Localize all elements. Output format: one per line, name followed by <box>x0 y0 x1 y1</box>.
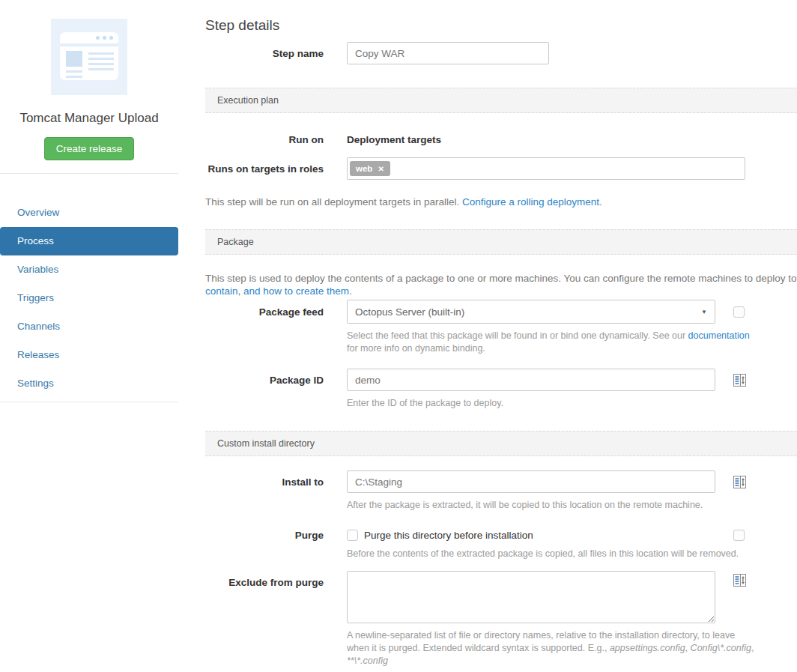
sidebar-item-triggers[interactable]: Triggers <box>0 284 178 312</box>
exclude-help-example-3: **\*.config <box>347 656 388 666</box>
sidebar-item-variables[interactable]: Variables <box>0 255 178 284</box>
step-name-input[interactable] <box>347 42 549 64</box>
purge-label: Purge <box>205 529 324 542</box>
sidebar-item-channels[interactable]: Channels <box>0 312 178 341</box>
section-custom-install-directory: Custom install directory <box>205 431 797 456</box>
sidebar-item-releases[interactable]: Releases <box>0 341 178 369</box>
purge-checkbox[interactable] <box>347 530 358 541</box>
purge-help: Before the contents of the extracted pac… <box>347 548 739 560</box>
exclude-from-purge-help: A newline-separated list of file or dire… <box>347 629 754 668</box>
exclude-from-purge-label: Exclude from purge <box>205 571 324 589</box>
package-intro-text-1: This step is used to deploy the contents… <box>205 273 797 284</box>
install-to-label: Install to <box>205 470 324 488</box>
exclude-help-sep-1: , <box>685 643 691 653</box>
roles-row: Runs on targets in roles web <box>205 157 797 180</box>
documentation-link[interactable]: documentation <box>688 330 750 341</box>
exclude-help-example-1: appsettings.config <box>610 643 685 653</box>
project-sidebar: Tomcat Manager Upload Create release Ove… <box>0 0 178 402</box>
browser-window-icon <box>60 32 118 80</box>
step-name-label: Step name <box>205 42 324 60</box>
package-feed-help-text: Select the feed that this package will b… <box>347 330 688 341</box>
package-feed-label: Package feed <box>205 300 324 318</box>
bind-variable-icon[interactable] <box>733 374 746 390</box>
package-feed-select[interactable]: Octopus Server (built-in) <box>347 300 715 324</box>
role-tag-web[interactable]: web <box>350 161 390 176</box>
remove-tag-icon[interactable] <box>378 165 384 173</box>
run-on-value: Deployment targets <box>347 133 441 146</box>
parallel-note-suffix: . <box>599 196 602 208</box>
project-logo-icon <box>51 19 127 95</box>
role-tag-label: web <box>356 164 372 173</box>
package-feed-help: Select the feed that this package will b… <box>347 330 750 355</box>
exclude-help-sep-2: , <box>751 643 754 653</box>
package-feed-help-line2: for more info on dynamic binding. <box>347 342 750 355</box>
roles-label: Runs on targets in roles <box>205 157 324 175</box>
exclude-help-line2-text: when it is purged. Extended wildcard syn… <box>347 643 610 653</box>
package-feed-selected-value: Octopus Server (built-in) <box>355 306 464 318</box>
step-name-row: Step name <box>205 42 797 64</box>
install-to-row: Install to After the package is extracte… <box>205 470 797 512</box>
parallel-note: This step will be run on all deployment … <box>205 196 797 208</box>
package-intro-suffix: . <box>349 285 352 297</box>
rolling-deployment-link[interactable]: Configure a rolling deployment <box>462 196 599 208</box>
sidebar-divider <box>0 173 178 174</box>
exclude-help-line1: A newline-separated list of file or dire… <box>347 629 754 642</box>
sidebar-item-process[interactable]: Process <box>0 227 178 255</box>
package-id-row: Package ID Enter the ID of the package t… <box>205 369 797 410</box>
package-feed-bind-checkbox[interactable] <box>733 306 745 318</box>
bind-variable-icon[interactable] <box>733 574 746 590</box>
sidebar-divider <box>0 402 178 402</box>
exclude-from-purge-textarea[interactable] <box>347 571 715 623</box>
project-nav: Overview Process Variables Triggers Chan… <box>0 199 178 398</box>
run-on-row: Run on Deployment targets <box>205 133 797 146</box>
packages-doc-link-continued[interactable]: contain, and how to create them <box>205 285 349 297</box>
exclude-help-example-2: Config\*.config <box>691 643 751 653</box>
run-on-label: Run on <box>205 133 324 146</box>
step-details-panel: Step details Step name Execution plan Ru… <box>205 0 797 668</box>
package-intro: This step is used to deploy the contents… <box>205 272 797 297</box>
sidebar-item-settings[interactable]: Settings <box>0 369 178 398</box>
purge-checkbox-label: Purge this directory before installation <box>364 529 533 542</box>
parallel-note-text: This step will be run on all deployment … <box>205 196 462 208</box>
install-to-help: After the package is extracted, it will … <box>347 499 715 512</box>
section-package: Package <box>205 229 797 255</box>
purge-bind-checkbox[interactable] <box>733 530 745 541</box>
roles-input[interactable]: web <box>347 157 745 180</box>
purge-row: Purge Purge this directory before instal… <box>205 529 797 560</box>
bind-variable-icon[interactable] <box>733 476 746 491</box>
install-to-input[interactable] <box>347 470 715 493</box>
window-dots-icon <box>96 36 113 40</box>
section-execution-plan: Execution plan <box>205 88 797 113</box>
package-id-input[interactable] <box>347 369 715 391</box>
create-release-button[interactable]: Create release <box>44 137 135 160</box>
package-feed-row: Package feed Octopus Server (built-in) S… <box>205 300 797 355</box>
sidebar-item-overview[interactable]: Overview <box>0 199 178 227</box>
page-title: Step details <box>205 16 797 34</box>
project-name: Tomcat Manager Upload <box>0 111 178 126</box>
exclude-from-purge-row: Exclude from purge A newline-separated l… <box>205 571 797 668</box>
chevron-down-icon <box>701 309 707 315</box>
package-id-help: Enter the ID of the package to deploy. <box>347 397 715 410</box>
package-id-label: Package ID <box>205 369 324 387</box>
